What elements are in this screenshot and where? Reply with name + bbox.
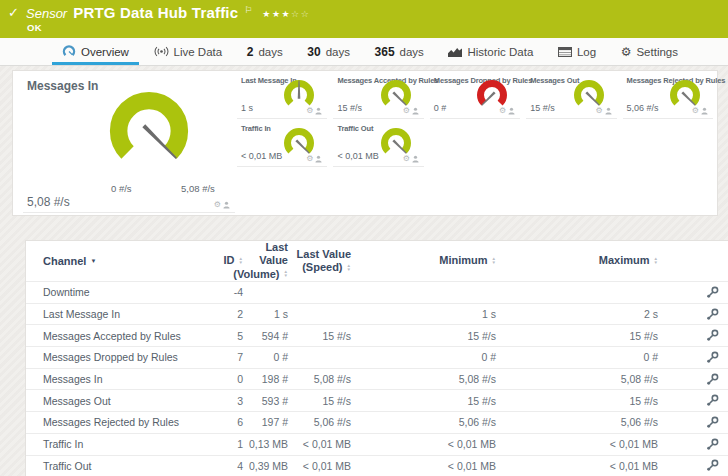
gear-icon[interactable]: ⚙	[306, 155, 313, 163]
column-header-last-value-volume[interactable]: Last Value(Volume)	[243, 241, 288, 281]
column-header-last-value-speed[interactable]: Last Value(Speed)	[288, 248, 351, 274]
tab-bar: Overview Live Data 2 days 30 days 365 da…	[0, 38, 728, 66]
person-icon[interactable]	[605, 107, 612, 115]
mini-gauge-value: < 0,01 MB	[337, 151, 378, 161]
mini-gauge-traffic-in[interactable]: Traffic In < 0,01 MB ⚙	[237, 119, 327, 167]
person-icon[interactable]	[223, 201, 230, 209]
table-row[interactable]: Messages Dropped by Rules 7 0 # 0 # 0 #	[26, 346, 728, 368]
channel-settings-icon[interactable]	[668, 394, 719, 407]
channel-name-cell: Messages Rejected by Rules	[43, 416, 211, 428]
sort-icon	[654, 257, 658, 265]
channel-name-cell: Messages Accepted by Rules	[43, 330, 211, 342]
column-header-id[interactable]: ID	[211, 254, 243, 267]
status-badge: OK	[27, 22, 42, 33]
object-kind-label: Sensor	[26, 6, 67, 21]
column-label: ID	[224, 254, 235, 267]
column-header-minimum[interactable]: Minimum	[351, 254, 496, 267]
minimum-cell: < 0,01 MB	[351, 438, 496, 450]
tab-log[interactable]: Log	[548, 38, 606, 65]
mini-gauge-value: 15 #/s	[530, 103, 555, 113]
sensor-header: ✓ Sensor PRTG Data Hub Traffic ⚐ ★★★☆☆ O…	[0, 0, 728, 38]
table-row[interactable]: Traffic Out 4 0,39 MB < 0,01 MB < 0,01 M…	[26, 455, 728, 476]
tab-overview[interactable]: Overview	[52, 38, 139, 65]
channel-settings-icon[interactable]	[668, 351, 719, 364]
person-icon[interactable]	[701, 107, 708, 115]
table-row[interactable]: Messages Out 3 593 # 15 #/s 15 #/s 15 #/…	[26, 389, 728, 411]
gauge-scale-min: 0 #/s	[111, 183, 132, 194]
stars-empty: ☆☆	[291, 9, 310, 19]
flag-icon[interactable]: ⚐	[244, 5, 252, 15]
person-icon[interactable]	[315, 155, 322, 163]
maximum-cell: 15 #/s	[496, 395, 658, 407]
maximum-cell: 5,08 #/s	[496, 373, 658, 385]
channel-id-cell: 4	[211, 460, 243, 472]
gauge-tools: ⚙	[214, 201, 230, 209]
last-value-volume-cell: 0,39 MB	[243, 460, 288, 472]
mini-gauge-messages-out[interactable]: Messages Out 15 #/s ⚙	[526, 71, 616, 119]
mini-gauge-value: < 0,01 MB	[241, 151, 282, 161]
last-value-speed-cell: 15 #/s	[288, 395, 351, 407]
gear-icon[interactable]: ⚙	[595, 107, 602, 115]
mini-gauge-messages-accepted-by-rules[interactable]: Messages Accepted by Rules 15 #/s ⚙	[333, 71, 423, 119]
prtg-sensor-page: { "colors": { "status_ok_green": "#b1c01…	[0, 0, 728, 476]
chart-icon	[448, 47, 462, 57]
last-value-volume-cell: 594 #	[243, 330, 288, 342]
channel-settings-icon[interactable]	[668, 416, 719, 429]
column-label: Last Value	[243, 241, 288, 267]
mini-gauge-value: 1 s	[241, 103, 253, 113]
table-header: Channel▼ ID Last Value(Volume) Last Valu…	[26, 241, 728, 281]
channel-settings-icon[interactable]	[668, 286, 719, 299]
channel-name-cell: Last Message In	[43, 308, 211, 320]
tab-settings[interactable]: ⚙ Settings	[611, 38, 688, 65]
table-row[interactable]: Downtime -4	[26, 281, 728, 303]
gauge-tools: ⚙	[306, 107, 322, 115]
gear-icon[interactable]: ⚙	[692, 107, 699, 115]
channel-settings-icon[interactable]	[668, 459, 719, 472]
minimum-cell: 5,06 #/s	[351, 416, 496, 428]
channel-settings-icon[interactable]	[668, 438, 719, 451]
maximum-cell: < 0,01 MB	[496, 460, 658, 472]
channel-settings-icon[interactable]	[668, 373, 719, 386]
last-value-speed-cell: < 0,01 MB	[288, 460, 351, 472]
person-icon[interactable]	[315, 107, 322, 115]
tab-30-days[interactable]: 30 days	[297, 38, 360, 65]
channel-id-cell: -4	[211, 286, 243, 298]
table-row[interactable]: Messages Accepted by Rules 5 594 # 15 #/…	[26, 324, 728, 346]
channel-name-cell: Messages Out	[43, 395, 211, 407]
gear-icon[interactable]: ⚙	[403, 107, 410, 115]
priority-stars[interactable]: ★★★☆☆	[262, 9, 310, 19]
last-value-volume-cell: 198 #	[243, 373, 288, 385]
column-header-maximum[interactable]: Maximum	[496, 254, 658, 267]
table-row[interactable]: Messages Rejected by Rules 6 197 # 5,06 …	[26, 411, 728, 433]
tab-label: days	[400, 46, 424, 58]
tab-2-days[interactable]: 2 days	[237, 38, 293, 65]
gear-icon[interactable]: ⚙	[214, 201, 221, 209]
column-header-channel[interactable]: Channel▼	[43, 255, 96, 267]
mini-gauge-traffic-out[interactable]: Traffic Out < 0,01 MB ⚙	[333, 119, 423, 167]
table-row[interactable]: Messages In 0 198 # 5,08 #/s 5,08 #/s 5,…	[26, 368, 728, 390]
tab-historic-data[interactable]: Historic Data	[438, 38, 543, 65]
person-icon[interactable]	[508, 107, 515, 115]
tab-365-days[interactable]: 365 days	[365, 38, 434, 65]
last-value-speed-cell: 5,06 #/s	[288, 416, 351, 428]
person-icon[interactable]	[412, 107, 419, 115]
mini-gauge-messages-rejected-by-rules[interactable]: Messages Rejected by Rules 5,06 #/s ⚙	[623, 71, 713, 119]
channel-id-cell: 3	[211, 395, 243, 407]
gear-icon[interactable]: ⚙	[499, 107, 506, 115]
table-row[interactable]: Last Message In 2 1 s 1 s 2 s	[26, 303, 728, 325]
channel-settings-icon[interactable]	[668, 308, 719, 321]
gear-icon[interactable]: ⚙	[306, 107, 313, 115]
tab-number: 365	[375, 45, 395, 59]
channel-settings-icon[interactable]	[668, 329, 719, 342]
primary-gauge-tile[interactable]: Messages In 0 #/s 5,08 #/s 5,08 #/s ⚙	[23, 71, 235, 213]
mini-gauges-grid: Last Message In 1 s ⚙ Messages Accepted …	[237, 71, 719, 167]
gear-icon[interactable]: ⚙	[403, 155, 410, 163]
person-icon[interactable]	[412, 155, 419, 163]
gauge-tools: ⚙	[499, 107, 515, 115]
mini-gauge-last-message-in[interactable]: Last Message In 1 s ⚙	[237, 71, 327, 119]
last-value-speed-cell: 5,08 #/s	[288, 373, 351, 385]
tab-live-data[interactable]: Live Data	[144, 38, 233, 65]
mini-gauge-messages-dropped-by-rules[interactable]: Messages Dropped by Rules 0 # ⚙	[430, 71, 520, 119]
table-row[interactable]: Traffic In 1 0,13 MB < 0,01 MB < 0,01 MB…	[26, 433, 728, 455]
sensor-title: PRTG Data Hub Traffic	[73, 4, 238, 21]
